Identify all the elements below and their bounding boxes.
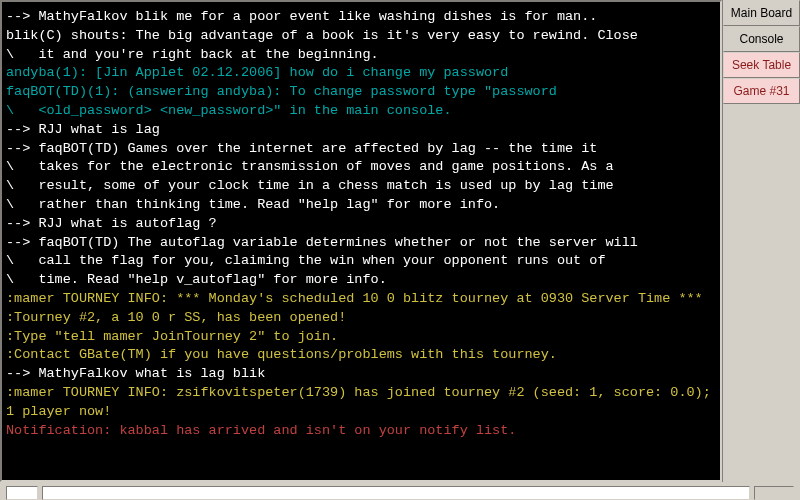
console-line: :Type "tell mamer JoinTourney 2" to join…	[6, 328, 716, 347]
console-line: \ rather than thinking time. Read "help …	[6, 196, 716, 215]
console-line: faqBOT(TD)(1): (answering andyba): To ch…	[6, 83, 716, 102]
console-line: --> MathyFalkov blik me for a poor event…	[6, 8, 716, 27]
console-line: --> RJJ what is lag	[6, 121, 716, 140]
console-line: :Tourney #2, a 10 0 r SS, has been opene…	[6, 309, 716, 328]
console-line: Notification: kabbal has arrived and isn…	[6, 422, 716, 441]
bottom-bar	[0, 482, 800, 500]
console-line: :mamer TOURNEY INFO: *** Monday's schedu…	[6, 290, 716, 309]
tab-console[interactable]: Console	[723, 26, 800, 52]
tab-seek-table[interactable]: Seek Table	[723, 52, 800, 78]
console-line: 1 player now!	[6, 403, 716, 422]
console-output[interactable]: --> MathyFalkov blik me for a poor event…	[2, 2, 720, 480]
console-line: --> faqBOT(TD) Games over the internet a…	[6, 140, 716, 159]
console-line: \ call the flag for you, claiming the wi…	[6, 252, 716, 271]
console-line: blik(C) shouts: The big advantage of a b…	[6, 27, 716, 46]
console-line: andyba(1): [Jin Applet 02.12.2006] how d…	[6, 64, 716, 83]
console-line: \ it and you're right back at the beginn…	[6, 46, 716, 65]
app-root: --> MathyFalkov blik me for a poor event…	[0, 0, 800, 500]
status-right	[754, 486, 794, 500]
console-frame: --> MathyFalkov blik me for a poor event…	[0, 0, 722, 482]
console-line: \ takes for the electronic transmission …	[6, 158, 716, 177]
console-line: \ result, some of your clock time in a c…	[6, 177, 716, 196]
tab-main-board[interactable]: Main Board	[723, 0, 800, 26]
console-line: --> MathyFalkov what is lag blik	[6, 365, 716, 384]
command-input[interactable]	[42, 486, 750, 500]
console-line: --> RJJ what is autoflag ?	[6, 215, 716, 234]
status-indicator	[6, 486, 38, 500]
sidebar: Main BoardConsoleSeek TableGame #31	[722, 0, 800, 482]
tab-game-31[interactable]: Game #31	[723, 78, 800, 104]
console-line: \ <old_password> <new_password>" in the …	[6, 102, 716, 121]
console-line: :Contact GBate(TM) if you have questions…	[6, 346, 716, 365]
console-line: \ time. Read "help v_autoflag" for more …	[6, 271, 716, 290]
console-line: :mamer TOURNEY INFO: zsifkovitspeter(173…	[6, 384, 716, 403]
main-row: --> MathyFalkov blik me for a poor event…	[0, 0, 800, 482]
console-line: --> faqBOT(TD) The autoflag variable det…	[6, 234, 716, 253]
